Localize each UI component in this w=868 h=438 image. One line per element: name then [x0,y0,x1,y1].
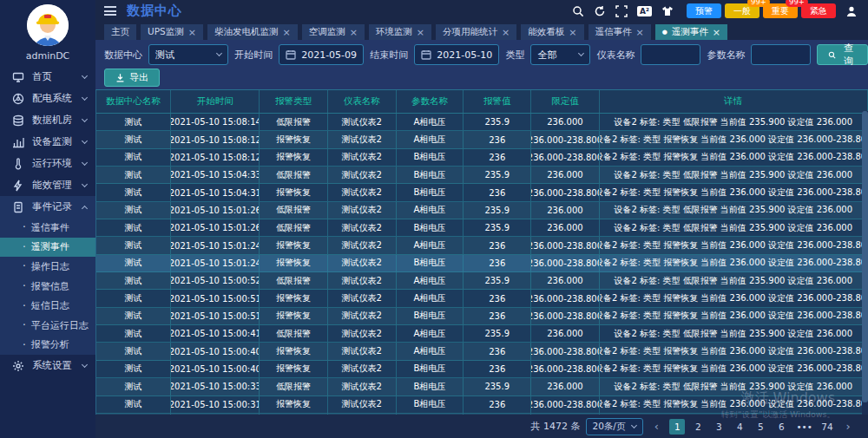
theme-shirt-icon[interactable] [661,5,674,17]
sidebar-subitem-6-6[interactable]: ·报警分析 [0,336,95,356]
next-page-button[interactable]: › [840,419,856,435]
avatar[interactable] [27,4,69,46]
table-cell: 设备2 标签: 类型 报警恢复 当前值 236.000 设定值 236.000-… [600,396,868,413]
tab-close-icon[interactable]: × [188,27,196,38]
tab-0[interactable]: 主页 [104,24,136,40]
tab-close-icon[interactable]: × [636,27,644,38]
calendar-icon [421,49,431,60]
sidebar-item-4[interactable]: 运行环境 [0,153,95,174]
datacenter-select[interactable]: 测试 [148,44,228,65]
top-bar: 数据中心 A² 预警一般99+重要99+紧急 主页UPS监 [95,0,868,40]
font-size-icon[interactable]: A² [637,6,652,16]
table-cell: 235.9 [464,272,531,289]
tab-6[interactable]: 能效看板× [521,24,583,40]
tab-3[interactable]: 空调监测× [302,24,365,40]
tab-close-icon[interactable]: × [569,27,576,38]
meter-name-field-wrap [641,44,700,65]
chevron-down-icon [216,50,222,56]
param-name-input[interactable] [758,49,804,60]
table-cell: 低限报警 [260,378,327,395]
table-cell: 236.000-238.800 [531,343,599,359]
column-header: 开始时间 [171,90,260,113]
tab-label: 空调监测 [309,26,345,38]
page-button-3[interactable]: 3 [711,419,727,435]
table-cell: 2021-05-10 15:04:33 [171,167,260,183]
tab-close-icon[interactable]: × [502,27,510,38]
tab-close-icon[interactable]: × [282,27,290,38]
sidebar-subitem-6-0[interactable]: ·遥信事件 [0,218,95,238]
tab-5[interactable]: 分项用能统计× [436,24,516,40]
export-button[interactable]: 导出 [104,69,160,87]
tab-1[interactable]: UPS监测× [141,24,203,40]
type-select[interactable]: 全部 [530,44,590,65]
tab-7[interactable]: 遥信事件× [589,24,651,40]
table-cell: A相电压 [397,237,464,253]
table-cell: 设备2 标签: 类型 低限报警 当前值 235.900 设定值 236.000 [600,167,868,183]
alarm-button-3[interactable]: 紧急 [801,3,836,18]
sidebar-item-6[interactable]: 事件记录 [0,196,95,218]
page-button-74[interactable]: 74 [819,419,835,435]
sidebar-subitem-6-2[interactable]: ·操作日志 [0,257,95,277]
page-button-2[interactable]: 2 [690,419,706,435]
tab-2[interactable]: 柴油发电机监测× [207,24,298,40]
page-button-4[interactable]: 4 [732,419,747,435]
table-row: 测试2021-05-10 15:04:31报警恢复测试仪表2B相电压236236… [96,184,868,201]
table-cell: 236 [464,396,531,413]
chevron-down-icon [82,94,88,100]
tab-close-icon[interactable]: × [417,27,424,38]
table-cell: 设备2 标签: 类型 报警恢复 当前值 236.000 设定值 236.000-… [600,131,868,147]
table-cell: 236 [464,343,531,359]
start-date-input[interactable]: 2021-05-09 [279,44,364,65]
page-button-•••[interactable]: ••• [794,419,814,435]
table-cell: 236.000 [531,202,599,219]
alarm-button-2[interactable]: 重要99+ [763,3,798,18]
header-icons: A² 预警一般99+重要99+紧急 [572,3,858,18]
query-button[interactable]: 查询 [817,44,868,65]
table-scrollbar[interactable] [862,111,868,415]
sidebar-item-1[interactable]: 配电系统 [0,88,95,109]
fullscreen-icon[interactable] [615,5,628,17]
table-cell: 测试仪表2 [328,361,397,377]
chevron-up-icon [82,205,88,211]
tab-close-icon[interactable]: × [713,27,720,38]
hamburger-menu-icon[interactable] [104,4,116,18]
sidebar-subitem-6-5[interactable]: ·平台运行日志 [0,316,95,336]
page-button-6[interactable]: 6 [773,419,789,435]
sidebar-item-2[interactable]: 数据机房 [0,109,95,131]
column-header: 限定值 [531,90,599,113]
end-date-input[interactable]: 2021-05-10 [414,44,499,65]
alarm-button-0[interactable]: 预警 [687,3,721,18]
sidebar-item-3[interactable]: 设备监测 [0,131,95,153]
export-row: 导出 [95,69,868,87]
search-icon[interactable] [572,5,584,17]
user-icon[interactable] [845,5,858,17]
tab-4[interactable]: 环境监测× [369,24,431,40]
sidebar-subitem-6-4[interactable]: ·短信日志 [0,296,95,316]
sidebar-subitem-label: 平台运行日志 [31,319,89,332]
tab-label: 主页 [111,26,129,38]
refresh-icon[interactable] [594,5,606,17]
page-button-5[interactable]: 5 [753,419,768,435]
sidebar-subitem-6-3[interactable]: ·报警信息 [0,277,95,297]
prev-page-button[interactable]: ‹ [648,419,664,435]
page-button-1[interactable]: 1 [669,419,685,435]
table-cell: 236.000 [531,167,599,183]
table-cell: 低限报警 [260,202,327,219]
sidebar-subitem-6-1[interactable]: ·遥测事件 [0,238,95,258]
column-header: 仪表名称 [328,90,397,113]
sidebar-item-5[interactable]: 能效管理 [0,174,95,196]
table-cell: 2021-05-10 15:00:52 [171,272,260,289]
sidebar-item-0[interactable]: 首页 [0,66,95,88]
tab-label: UPS监测 [148,26,184,38]
sidebar-subitem-label: 短信日志 [31,299,69,312]
tab-8[interactable]: ●遥测事件× [655,24,727,40]
page-size-select[interactable]: 20条/页 [586,418,644,435]
table-cell: 设备2 标签: 类型 报警恢复 当前值 236.000 设定值 236.000-… [600,361,868,377]
table-cell: 235.9 [464,167,531,183]
tab-close-icon[interactable]: × [350,27,358,38]
alarm-button-1[interactable]: 一般99+ [725,3,760,18]
meter-name-input[interactable] [648,49,694,60]
device-icon [12,136,24,148]
scrollbar-thumb[interactable] [862,111,868,402]
sidebar-item-7[interactable]: 系统设置 [0,355,95,376]
